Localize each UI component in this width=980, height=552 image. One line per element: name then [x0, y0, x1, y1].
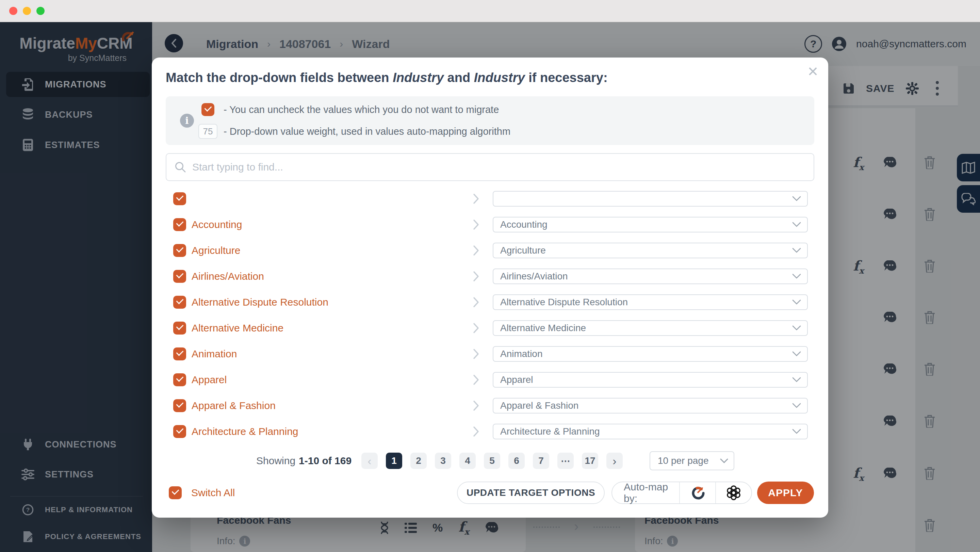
- switch-all[interactable]: Switch All: [169, 482, 235, 504]
- chevron-down-icon: [792, 403, 801, 408]
- arrow-right-icon: [473, 271, 479, 282]
- row-checkbox[interactable]: [173, 321, 186, 334]
- arrow-right-icon: [473, 374, 479, 385]
- info-icon: i: [180, 114, 194, 127]
- apply-button[interactable]: APPLY: [757, 482, 814, 504]
- search-input[interactable]: [192, 161, 814, 173]
- per-page-select[interactable]: 10 per page: [649, 451, 734, 470]
- source-value-label: Agriculture: [192, 237, 240, 263]
- target-value-select[interactable]: Animation: [493, 346, 808, 362]
- next-page-button[interactable]: ›: [606, 453, 623, 469]
- modal-footer: Switch All UPDATE TARGET OPTIONS Auto-ma…: [166, 482, 814, 504]
- arrow-right-icon: [473, 297, 479, 308]
- page-button-7[interactable]: 7: [533, 453, 549, 469]
- chevron-down-icon: [792, 222, 801, 227]
- mapping-row: [166, 186, 814, 212]
- mapping-row: AccountingAccounting: [166, 212, 814, 237]
- switch-all-label: Switch All: [191, 487, 235, 499]
- modal-title: Match the drop-down fields between Indus…: [166, 70, 608, 85]
- switch-all-checkbox[interactable]: [169, 486, 182, 499]
- row-checkbox[interactable]: [173, 399, 186, 412]
- automap-gauge-button[interactable]: [679, 482, 715, 503]
- gauge-icon: [690, 485, 705, 500]
- close-window-button[interactable]: [9, 7, 18, 15]
- mapping-row: AgricultureAgriculture: [166, 237, 814, 263]
- prev-page-button[interactable]: ‹: [361, 453, 378, 469]
- page-button-3[interactable]: 3: [435, 453, 451, 469]
- close-icon[interactable]: ×: [808, 61, 818, 81]
- target-value-select[interactable]: Accounting: [493, 217, 808, 232]
- match-dropdown-modal: × Match the drop-down fields between Ind…: [152, 57, 828, 518]
- page-button-17[interactable]: 17: [582, 453, 598, 469]
- page-button-2[interactable]: 2: [410, 453, 427, 469]
- source-value-label: Alternative Dispute Resolution: [192, 289, 328, 315]
- chevron-down-icon: [792, 377, 801, 383]
- mapping-row: Alternative Dispute ResolutionAlternativ…: [166, 289, 814, 315]
- mapping-row: ApparelApparel: [166, 367, 814, 393]
- target-value-select[interactable]: Alternative Dispute Resolution: [493, 294, 808, 310]
- chevron-down-icon: [792, 351, 801, 357]
- mapping-row: AnimationAnimation: [166, 341, 814, 367]
- row-checkbox[interactable]: [173, 218, 186, 231]
- mapping-row: Alternative MedicineAlternative Medicine: [166, 315, 814, 341]
- arrow-right-icon: [473, 219, 479, 230]
- automap-ai-button[interactable]: [715, 482, 751, 503]
- info-line2: - Drop-down value weight, used in values…: [224, 126, 511, 137]
- chevron-down-icon: [792, 429, 801, 434]
- target-value-select[interactable]: Apparel: [493, 372, 808, 388]
- chevron-down-icon: [792, 299, 801, 305]
- row-checkbox[interactable]: [173, 347, 186, 360]
- macos-titlebar: [0, 0, 980, 22]
- automap-group: Auto-map by:: [611, 482, 752, 504]
- row-checkbox[interactable]: [173, 425, 186, 438]
- target-value-select[interactable]: Airlines/Aviation: [493, 269, 808, 284]
- automap-label: Auto-map by:: [612, 482, 679, 503]
- target-value-select[interactable]: Apparel & Fashion: [493, 398, 808, 414]
- source-value-label: Airlines/Aviation: [192, 263, 264, 289]
- target-value-select[interactable]: Alternative Medicine: [493, 320, 808, 336]
- zoom-window-button[interactable]: [37, 7, 45, 15]
- arrow-right-icon: [473, 245, 479, 256]
- search-bar: [166, 153, 814, 181]
- page-button-1[interactable]: 1: [386, 453, 402, 469]
- openai-icon: [726, 485, 741, 500]
- mapping-row: Airlines/AviationAirlines/Aviation: [166, 263, 814, 289]
- row-checkbox[interactable]: [173, 373, 186, 386]
- screen: MigrateMyCRM by SyncMatters MIGRATIONS B…: [0, 0, 980, 552]
- chevron-down-icon: [792, 274, 801, 279]
- info-sample-checkbox: [202, 103, 215, 116]
- target-value-select[interactable]: [493, 191, 808, 207]
- source-value-label: Alternative Medicine: [192, 315, 283, 341]
- chevron-down-icon: [720, 458, 728, 463]
- update-target-options-button[interactable]: UPDATE TARGET OPTIONS: [457, 482, 605, 504]
- arrow-right-icon: [473, 193, 479, 204]
- chevron-down-icon: [792, 248, 801, 253]
- row-checkbox[interactable]: [173, 244, 186, 257]
- source-value-label: Animation: [192, 341, 237, 367]
- showing-count: Showing1-10 of 169: [256, 451, 352, 470]
- source-value-label: Apparel: [192, 367, 227, 393]
- row-checkbox[interactable]: [173, 192, 186, 205]
- page-button-6[interactable]: 6: [508, 453, 525, 469]
- chevron-down-icon: [792, 196, 801, 202]
- row-checkbox[interactable]: [173, 270, 186, 283]
- info-line1: - You can uncheck the values which you d…: [224, 104, 499, 115]
- source-value-label: Architecture & Planning: [192, 418, 298, 444]
- arrow-right-icon: [473, 348, 479, 360]
- row-checkbox[interactable]: [173, 296, 186, 309]
- info-box: i - You can uncheck the values which you…: [166, 96, 814, 145]
- minimize-window-button[interactable]: [23, 7, 31, 15]
- page-button-4[interactable]: 4: [460, 453, 476, 469]
- arrow-right-icon: [473, 426, 479, 437]
- source-value-label: Accounting: [192, 212, 242, 237]
- mapping-row: Apparel & FashionApparel & Fashion: [166, 393, 814, 418]
- target-value-select[interactable]: Architecture & Planning: [493, 424, 808, 439]
- chevron-down-icon: [792, 325, 801, 331]
- pagination: Showing1-10 of 169 ‹1234567⋯17› 10 per p…: [166, 451, 814, 470]
- source-value-label: Apparel & Fashion: [192, 393, 275, 418]
- page-button-5[interactable]: 5: [484, 453, 500, 469]
- arrow-right-icon: [473, 323, 479, 334]
- weight-badge: 75: [198, 124, 218, 139]
- target-value-select[interactable]: Agriculture: [493, 243, 808, 258]
- page-ellipsis: ⋯: [557, 453, 574, 469]
